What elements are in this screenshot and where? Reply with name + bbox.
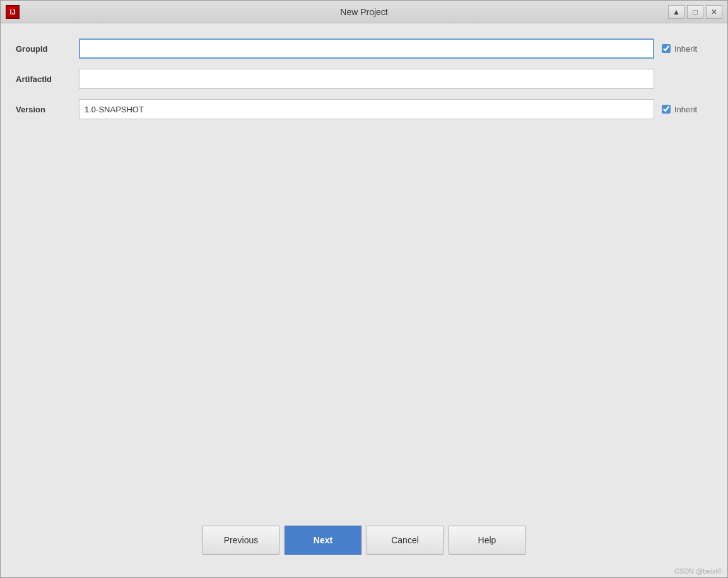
group-id-inherit-label[interactable]: Inherit xyxy=(674,44,697,54)
version-inherit-container: Inherit xyxy=(662,105,712,114)
previous-button-label: Previous xyxy=(224,535,258,545)
minimize-button[interactable]: ▲ xyxy=(668,5,684,19)
title-bar: IJ New Project ▲ □ ✕ xyxy=(1,1,727,23)
artifact-id-row: ArtifactId xyxy=(16,69,712,89)
minimize-icon: ▲ xyxy=(672,8,680,16)
content-spacer xyxy=(16,277,712,516)
watermark: CSDN @beixi© xyxy=(674,567,722,575)
version-inherit-label[interactable]: Inherit xyxy=(674,105,697,114)
cancel-button-label: Cancel xyxy=(391,535,419,545)
app-icon-text: IJ xyxy=(9,8,15,16)
title-bar-left: IJ xyxy=(6,5,20,19)
next-button[interactable]: Next xyxy=(285,526,361,555)
next-button-label: Next xyxy=(314,535,332,545)
version-row: Version Inherit xyxy=(16,99,712,119)
group-id-input[interactable] xyxy=(79,38,654,59)
close-button[interactable]: ✕ xyxy=(706,5,722,19)
artifact-id-label: ArtifactId xyxy=(16,74,79,84)
new-project-window: IJ New Project ▲ □ ✕ GroupId In xyxy=(0,0,728,578)
cancel-button[interactable]: Cancel xyxy=(367,526,443,555)
artifact-id-input[interactable] xyxy=(79,69,654,89)
dialog-content: GroupId Inherit ArtifactId Version xyxy=(1,23,727,577)
group-id-row: GroupId Inherit xyxy=(16,38,712,59)
group-id-inherit-checkbox[interactable] xyxy=(662,44,671,53)
help-button-label: Help xyxy=(478,535,496,545)
close-icon: ✕ xyxy=(711,8,717,16)
help-button[interactable]: Help xyxy=(449,526,525,555)
version-label: Version xyxy=(16,105,79,114)
group-id-inherit-container: Inherit xyxy=(662,44,712,54)
group-id-label: GroupId xyxy=(16,44,79,54)
button-row: Previous Next Cancel Help xyxy=(16,516,712,567)
maximize-button[interactable]: □ xyxy=(687,5,703,19)
title-bar-buttons: ▲ □ ✕ xyxy=(668,5,722,19)
version-input[interactable] xyxy=(79,99,654,119)
form-area: GroupId Inherit ArtifactId Version xyxy=(16,38,712,277)
version-inherit-checkbox[interactable] xyxy=(662,105,671,114)
maximize-icon: □ xyxy=(693,8,697,16)
previous-button[interactable]: Previous xyxy=(203,526,279,555)
app-icon: IJ xyxy=(6,5,20,19)
window-title: New Project xyxy=(340,7,387,17)
